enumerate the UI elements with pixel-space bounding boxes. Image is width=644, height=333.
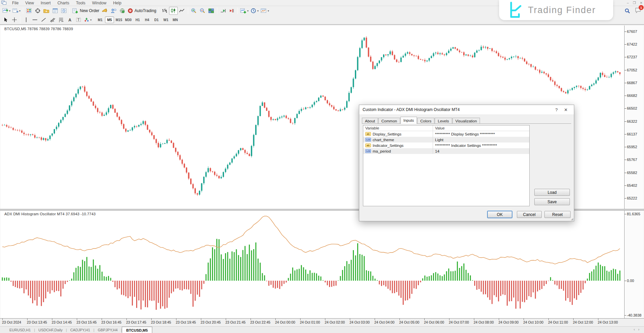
chat-button[interactable]: 1: [635, 7, 641, 14]
line-chart-mode-button[interactable]: [178, 7, 186, 15]
save-button[interactable]: Save: [534, 198, 570, 205]
parameter-row[interactable]: 123ma_period14: [363, 148, 529, 154]
tab-scroll-left-icon[interactable]: ‹: [634, 328, 635, 331]
chart-tab-eurusd-h1[interactable]: EURUSD,H1: [6, 327, 34, 333]
menu-item-charts[interactable]: Charts: [54, 0, 72, 6]
string-param-icon: ab: [365, 144, 371, 147]
menu-item-tools[interactable]: Tools: [73, 0, 89, 6]
menu-item-view[interactable]: View: [22, 0, 37, 6]
cancel-button[interactable]: Cancel: [517, 211, 542, 218]
dialog-help-button[interactable]: ?: [552, 106, 561, 113]
parameter-value-cell[interactable]: 14: [433, 148, 529, 154]
crosshair-button[interactable]: [10, 16, 19, 24]
timeframe-m30[interactable]: M30: [124, 16, 133, 23]
reset-button[interactable]: Reset: [544, 211, 571, 218]
search-icon[interactable]: [625, 8, 630, 14]
price-tick: [625, 96, 626, 96]
chart-shift-button[interactable]: [227, 7, 236, 15]
ok-button[interactable]: OK: [487, 211, 512, 218]
price-label: 66322: [627, 119, 637, 123]
parameter-value-cell[interactable]: ********** Indicator Settings **********: [433, 143, 529, 148]
time-axis[interactable]: 23 Oct 202423 Oct 13:4523 Oct 14:4523 Oc…: [0, 318, 644, 326]
zoom-out-button[interactable]: [198, 7, 207, 15]
text-label-button[interactable]: T: [74, 16, 83, 24]
dialog-tab-about[interactable]: About: [362, 118, 378, 124]
data-window-button[interactable]: [51, 7, 59, 15]
menu-item-window[interactable]: Window: [89, 0, 110, 6]
parameter-name: Display_Settings: [373, 132, 401, 136]
time-tick: [151, 319, 152, 320]
horizontal-line-button[interactable]: [31, 16, 39, 24]
parameter-value-cell[interactable]: Light: [433, 137, 529, 143]
dialog-close-button[interactable]: ✕: [561, 106, 571, 113]
indicator-axis[interactable]: 81.63650.00-40.3838: [624, 211, 644, 318]
parameter-row[interactable]: abIndicator_Settings********** Indicator…: [363, 143, 529, 148]
price-axis[interactable]: 6760767422672376705266867666826650266322…: [624, 25, 644, 209]
parameter-value-cell[interactable]: ********** Display Settings **********: [433, 131, 529, 137]
time-label: 24 Oct 11:00: [548, 320, 568, 324]
templates-button[interactable]: ▾: [260, 7, 270, 15]
indicators-button[interactable]: ▾: [239, 7, 250, 15]
tab-scroll-right-icon[interactable]: ›: [638, 328, 639, 331]
timeframe-mn[interactable]: MN: [171, 16, 180, 23]
crosshair-window-button[interactable]: [33, 7, 42, 15]
minimize-button[interactable]: –: [627, 1, 629, 5]
navigator-button[interactable]: [42, 7, 51, 15]
restore-button[interactable]: ❐: [633, 1, 636, 5]
new-order-label: New Order: [80, 8, 99, 13]
market-button[interactable]: [118, 7, 126, 15]
timeframe-m15[interactable]: M15: [114, 16, 123, 23]
parameter-row[interactable]: 123chart_themeLight: [363, 137, 529, 143]
fibonacci-button[interactable]: f: [57, 16, 65, 24]
periods-button[interactable]: ▾: [250, 7, 260, 15]
resize-grip[interactable]: ◢: [571, 217, 573, 221]
text-button[interactable]: A: [65, 16, 74, 24]
dialog-tab-colors[interactable]: Colors: [417, 118, 434, 124]
vertical-line-button[interactable]: [22, 16, 31, 24]
zoom-in-button[interactable]: [190, 7, 198, 15]
chart-tab-gbpjpy-h4[interactable]: GBPJPY,H4: [94, 327, 121, 333]
load-button[interactable]: Load: [534, 189, 570, 196]
profiles-button[interactable]: ▾: [11, 7, 21, 15]
adx-dmi-histogram-chart[interactable]: [0, 211, 624, 318]
profiles-icon: [12, 8, 18, 13]
autotrading-button[interactable]: AutoTrading: [126, 7, 157, 15]
timeframe-group: M1M5M15M30H1H4D1W1MN: [96, 16, 180, 23]
market-watch-button[interactable]: [24, 7, 33, 15]
community-button[interactable]: [109, 7, 118, 15]
chart-tab-cadjpy-h1[interactable]: CADJPY,H1: [67, 327, 93, 333]
equidistant-channel-button[interactable]: e: [48, 16, 57, 24]
timeframe-h1[interactable]: H1: [133, 16, 142, 23]
timeframe-m5[interactable]: M5: [105, 16, 114, 23]
indicator-panel[interactable]: ADX DMI Histogram Oscillator MT4 37.6943…: [0, 211, 624, 318]
auto-scroll-button[interactable]: [219, 7, 227, 15]
new-chart-button[interactable]: ▾: [1, 7, 11, 15]
chart-tab-btcusd-m5[interactable]: BTCUSD,M5: [122, 327, 152, 333]
terminal-button[interactable]: [59, 7, 68, 15]
dialog-tab-inputs[interactable]: Inputs: [400, 117, 417, 124]
cursor-button[interactable]: [1, 16, 10, 24]
timeframe-h4[interactable]: H4: [143, 16, 152, 23]
candlestick-mode-button[interactable]: [169, 7, 178, 15]
trendline-button[interactable]: [39, 16, 48, 24]
parameters-table[interactable]: VariableValueabDisplay_Settings*********…: [363, 125, 530, 206]
timeframe-d1[interactable]: D1: [152, 16, 161, 23]
dialog-title-bar[interactable]: Custom Indicator - ADX DMI Histogram Osc…: [359, 105, 574, 114]
header-variable: Variable: [363, 126, 433, 130]
timeframe-w1[interactable]: W1: [161, 16, 170, 23]
chart-tab-usdchf-daily[interactable]: USDCHF,Daily: [35, 327, 66, 333]
menu-item-file[interactable]: File: [9, 0, 22, 6]
dialog-tab-levels[interactable]: Levels: [435, 118, 452, 124]
new-order-button[interactable]: New Order: [71, 7, 100, 15]
tile-windows-button[interactable]: [207, 7, 216, 15]
bar-chart-mode-button[interactable]: [160, 7, 169, 15]
menu-item-insert[interactable]: Insert: [37, 0, 54, 6]
dialog-tab-visualization[interactable]: Visualization: [452, 118, 480, 124]
parameter-row[interactable]: abDisplay_Settings********** Display Set…: [363, 131, 529, 137]
close-button[interactable]: ✕: [640, 1, 643, 5]
arrows-button[interactable]: ▾: [83, 16, 93, 24]
timeframe-m1[interactable]: M1: [96, 16, 105, 23]
dialog-tab-common[interactable]: Common: [378, 118, 400, 124]
menu-item-help[interactable]: Help: [110, 0, 125, 6]
alerts-button[interactable]: [100, 7, 109, 15]
